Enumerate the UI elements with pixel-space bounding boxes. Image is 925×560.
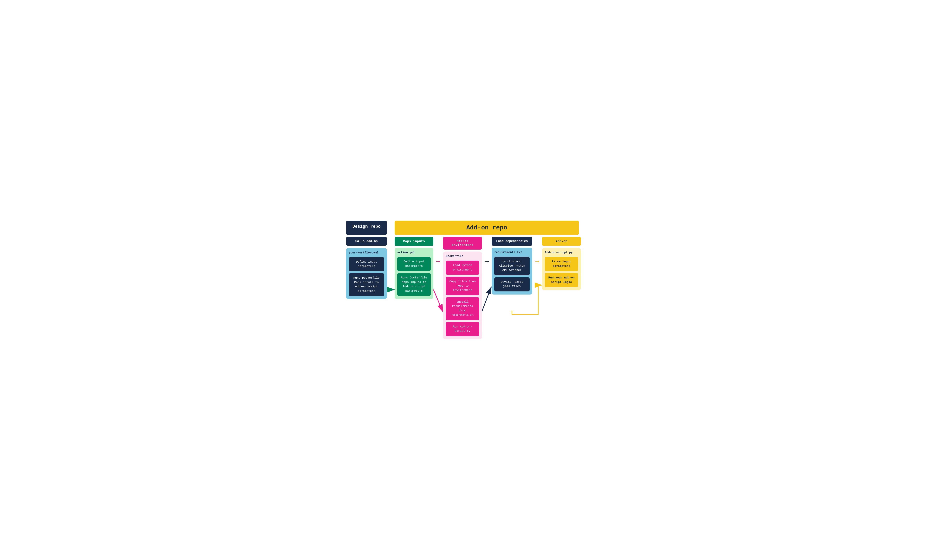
req-item-pyallspice: py-allspice: AllSpice Python API wrapper: [494, 257, 530, 275]
arrow-to-addon: →: [532, 237, 542, 265]
addon-badge: Add-on: [542, 237, 581, 246]
content-row: Calls Add-on your-workflow.yml Define in…: [346, 237, 579, 339]
header-row: Design repo Add-on repo: [346, 221, 579, 235]
diagram-wrapper: Design repo Add-on repo Calls Add-on: [346, 221, 579, 339]
load-deps-badge: Load dependencies: [492, 237, 532, 246]
dockerfile-col: Starts environment Dockerfile Load Pytho…: [443, 237, 482, 339]
workflow-item-runs: Runs Dockerfile Maps inputs to Add-on sc…: [349, 273, 384, 296]
arrow-to-dockerfile: →: [433, 237, 443, 265]
addon-title: Add-on-script.py: [545, 251, 578, 254]
yellow-arrow-icon: →: [535, 258, 539, 265]
addon-box: Add-on-script.py Parse input parameters …: [542, 248, 581, 290]
addon-item-parse: Parse input parameters: [545, 257, 578, 271]
workflow-item-define: Define input parameters: [349, 257, 384, 271]
calls-addon-badge: Calls Add-on: [346, 237, 387, 246]
dockerfile-item-install: Install requirements from requirements.t…: [446, 297, 479, 320]
action-title: action.yml: [397, 251, 431, 254]
action-item-define: Define input parameters: [397, 257, 431, 271]
arrow-to-requirements: →: [482, 237, 492, 265]
dockerfile-item-copy: Copy files from repo to environment: [446, 277, 479, 295]
addon-repo-header: Add-on repo: [395, 221, 579, 235]
addon-item-run: Run your Add-on script logic: [545, 273, 578, 287]
action-col: Maps inputs action.yml Define input para…: [395, 237, 433, 299]
requirements-mono: requirements.txt: [451, 314, 473, 317]
workflow-box: your-workflow.yml Define input parameter…: [346, 248, 387, 299]
maps-inputs-badge: Maps inputs: [395, 237, 433, 246]
dockerfile-box: Dockerfile Load Python environment Copy …: [443, 252, 482, 339]
req-box: requirements.txt py-allspice: AllSpice P…: [492, 248, 532, 294]
design-col: Calls Add-on your-workflow.yml Define in…: [346, 237, 387, 299]
dockerfile-item-load: Load Python environment: [446, 261, 479, 275]
req-title: requirements.txt: [494, 251, 530, 254]
header-separator: [387, 221, 395, 235]
req-item-pyyaml: pyyaml: parse yaml files: [494, 277, 530, 291]
dockerfile-item-run: Run Add-on-script.py: [446, 322, 479, 336]
dockerfile-title: Dockerfile: [446, 255, 479, 258]
starts-env-badge: Starts environment: [443, 237, 482, 249]
pink-arrow-icon: →: [436, 258, 440, 265]
action-item-runs: Runs Dockerfile Maps inputs to Add-on sc…: [397, 273, 431, 296]
vertical-separator: [387, 237, 395, 248]
navy-arrow-icon: →: [485, 258, 489, 265]
action-box: action.yml Define input parameters Runs …: [395, 248, 433, 299]
addon-col: Add-on Add-on-script.py Parse input para…: [542, 237, 581, 290]
design-repo-header: Design repo: [346, 221, 387, 235]
req-col: Load dependencies requirements.txt py-al…: [492, 237, 532, 294]
workflow-title: your-workflow.yml: [349, 251, 384, 254]
